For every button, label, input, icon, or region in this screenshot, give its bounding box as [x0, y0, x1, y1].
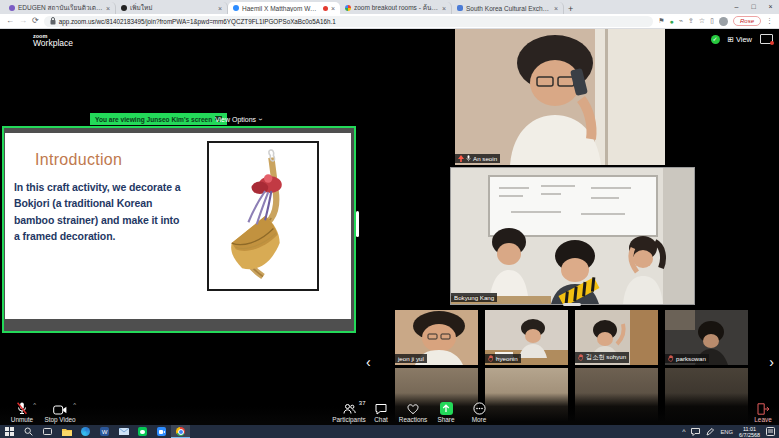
share-page-icon[interactable]: ⇪	[688, 17, 694, 25]
tab-edugen[interactable]: EDUGEN สถาบันเรียนติวเตอร์ออนไลน์ ×	[4, 2, 116, 14]
more-icon	[473, 402, 486, 415]
browser-tabstrip: EDUGEN สถาบันเรียนติวเตอร์ออนไลน์ × เพิ่…	[0, 0, 779, 14]
task-view-button[interactable]	[38, 425, 57, 438]
media-recording-dot	[323, 6, 328, 11]
video-tile-small[interactable]: hyeonin	[485, 310, 568, 365]
taskbar-search-button[interactable]	[19, 425, 38, 438]
video-tile-small[interactable]: 김소현 sohyun	[575, 310, 658, 365]
tab-label: เพิ่มใหม่	[130, 3, 215, 13]
participant-nametag: Bokyung Kang	[451, 293, 497, 302]
zoom-meeting-app: zoom Workplace ✓ ⊞ View You are viewing …	[0, 29, 779, 425]
open-in-window-icon[interactable]	[760, 34, 773, 44]
new-tab-button[interactable]: +	[568, 4, 573, 14]
bookmark-star-icon[interactable]: ☆	[699, 17, 705, 25]
reload-icon[interactable]: ⟳	[32, 17, 39, 25]
tab-new-thai[interactable]: เพิ่มใหม่ ×	[116, 2, 228, 14]
file-explorer-button[interactable]	[57, 425, 76, 438]
tab-close-icon[interactable]: ×	[442, 5, 446, 12]
task-view-icon	[43, 427, 52, 436]
stop-video-button[interactable]: ^ Stop Video	[37, 402, 83, 423]
profile-avatar[interactable]	[719, 17, 728, 26]
notification-center-icon[interactable]	[766, 427, 775, 436]
reactions-icon	[407, 403, 419, 415]
viewing-banner: You are viewing Junseo Kim's screen	[90, 113, 227, 125]
search-icon	[24, 427, 33, 436]
tab-cultural-exchange[interactable]: South Korea Cultural Exchange ×	[452, 2, 564, 14]
window-controls: – □ ×	[728, 0, 779, 13]
tab-close-icon[interactable]: ×	[218, 5, 222, 12]
zoom-icon	[157, 427, 166, 436]
gallery-prev-icon[interactable]: ‹	[366, 354, 371, 370]
tab-close-icon[interactable]: ×	[106, 5, 110, 12]
share-resize-handle[interactable]	[356, 211, 359, 237]
edge-button[interactable]	[76, 425, 95, 438]
more-button[interactable]: More	[456, 402, 502, 423]
tab-label: zoom breakout rooms - ค้นหาด้ว	[354, 3, 439, 13]
tab-close-icon[interactable]: ×	[554, 5, 558, 12]
site-favicon	[9, 5, 15, 11]
participant-nametag: An seoin	[455, 154, 500, 163]
pen-icon[interactable]	[706, 428, 714, 436]
desktop-screen: EDUGEN สถาบันเรียนติวเตอร์ออนไลน์ × เพิ่…	[0, 0, 779, 438]
language-indicator[interactable]: ENG	[720, 429, 733, 435]
chat-icon	[375, 403, 387, 415]
leave-button[interactable]: Leave	[740, 402, 779, 423]
camera-icon	[53, 405, 67, 415]
profile-name-pill[interactable]: Rose	[733, 16, 761, 26]
mail-icon	[119, 428, 129, 435]
line-app-button[interactable]	[133, 425, 152, 438]
mic-icon	[466, 155, 471, 162]
chevron-up-icon[interactable]: ^	[33, 402, 36, 408]
video-tile-main[interactable]: An seoin	[455, 29, 665, 165]
address-bar[interactable]: app.zoom.us/wc/81402183495/join?fromPWA=…	[44, 16, 654, 27]
view-options-button[interactable]: View Options ›	[215, 113, 261, 125]
browser-menu-icon[interactable]: ⋮	[766, 17, 773, 25]
shared-screen-frame: Introduction In this craft activity, we …	[2, 126, 356, 333]
side-panel-icon[interactable]: ▯	[710, 17, 714, 25]
edge-icon	[81, 427, 90, 436]
leave-icon	[757, 403, 770, 415]
video-tile-classroom[interactable]: Bokyung Kang	[450, 167, 695, 305]
gallery-next-icon[interactable]: ›	[769, 354, 774, 370]
participants-icon	[343, 403, 356, 415]
tab-zoom-meeting-active[interactable]: Haemil X Matthayom Watn... ×	[228, 2, 340, 14]
folder-icon	[62, 428, 72, 436]
extension-icon[interactable]: ⚑	[658, 17, 664, 25]
tray-expand-icon[interactable]: ^	[682, 428, 685, 435]
taskbar-clock[interactable]: 11:01 6/7/2568	[739, 426, 760, 438]
mail-button[interactable]	[114, 425, 133, 438]
spotlight-pin-icon	[458, 155, 464, 162]
bokjori-image	[207, 141, 319, 291]
chevron-up-icon[interactable]: ^	[73, 402, 76, 408]
slide-title: Introduction	[35, 151, 122, 169]
extension-icon[interactable]: ●	[670, 18, 674, 25]
video-tile-small[interactable]: parksowan	[665, 310, 748, 365]
share-icon	[440, 402, 453, 415]
word-button[interactable]: W	[95, 425, 114, 438]
forward-icon[interactable]: →	[19, 17, 27, 25]
tab-close-icon[interactable]: ×	[331, 5, 335, 12]
start-button[interactable]	[0, 425, 19, 438]
extension-icon[interactable]: ⌁	[679, 17, 683, 25]
teams-chat-icon[interactable]	[691, 428, 700, 436]
zoom-app-button[interactable]	[152, 425, 171, 438]
zoom-favicon	[233, 5, 239, 11]
word-icon: W	[100, 427, 109, 436]
raised-hand-icon	[668, 355, 674, 362]
maximize-button[interactable]: □	[745, 0, 762, 13]
chrome-button[interactable]	[171, 425, 190, 438]
video-tile-small[interactable]: jeon ji yul	[395, 310, 478, 365]
gallery-drag-handle[interactable]	[563, 303, 581, 306]
view-button[interactable]: ⊞ View	[728, 35, 752, 44]
line-icon	[138, 427, 147, 436]
lock-icon	[50, 17, 56, 25]
back-icon[interactable]: ←	[6, 17, 14, 25]
screen-share-region: You are viewing Junseo Kim's screen View…	[2, 113, 356, 362]
close-button[interactable]: ×	[762, 0, 779, 13]
minimize-button[interactable]: –	[728, 0, 745, 13]
tab-google-search[interactable]: zoom breakout rooms - ค้นหาด้ว ×	[340, 2, 452, 14]
slide-body-text: In this craft activity, we decorate a Bo…	[14, 179, 204, 244]
tab-label: Haemil X Matthayom Watn...	[242, 5, 320, 12]
site-favicon	[457, 5, 463, 11]
security-shield-icon[interactable]: ✓	[711, 35, 720, 44]
